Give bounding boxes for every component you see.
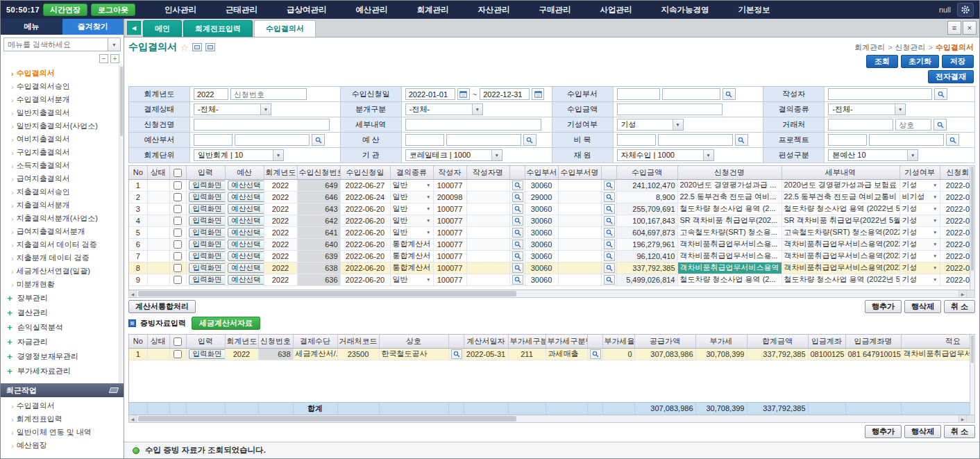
sidebar-item[interactable]: ›지출분개 데이터 검증 [5,251,118,265]
form-select[interactable]: 기성▼ [617,119,684,131]
form-input[interactable] [230,88,307,100]
form-select[interactable]: 본예산 10▼ [828,149,918,161]
form-input[interactable] [446,134,521,146]
recent-item[interactable]: ›수입결의서 [5,399,124,412]
save-button[interactable]: 저장 [942,55,974,68]
scrollbar-thumb[interactable] [138,291,516,297]
tab-close-icon[interactable]: × [963,21,977,35]
search-lens-button[interactable] [604,240,615,249]
table-row[interactable]: 6입력화면예산선택20226402022-06-20통합계산서▼10007730… [129,238,970,250]
expand-all-button[interactable]: + [110,54,119,63]
cell-select[interactable]: 기성▼ [902,262,938,273]
search-lens-button[interactable] [934,88,947,100]
search-lens-button[interactable] [946,134,959,146]
search-lens-button[interactable] [604,275,615,285]
row-checkbox[interactable] [174,264,182,272]
fullscreen-icon[interactable] [205,43,215,51]
tab-list-icon[interactable]: ≡ [947,21,961,35]
sidebar-scrollbar[interactable] [119,65,124,383]
search-dropdown-button[interactable]: ▼ [108,37,121,51]
sidebar-item[interactable]: ›수입결의서 [5,67,118,80]
cell-select[interactable]: 통합계산서▼ [393,239,431,249]
top-menu-item[interactable]: 기본정보 [724,1,785,19]
scrollbar-thumb[interactable] [971,335,974,363]
open-tab[interactable]: 회계전표입력 [183,20,253,37]
search-lens-button[interactable] [604,228,615,237]
open-entry-button[interactable]: 입력화면 [189,251,226,261]
sidebar-group[interactable]: +부가세자료관리 [5,364,118,378]
recent-item[interactable]: ›일반이체 연동 및 내역 [5,426,124,439]
settings-gear-icon[interactable] [957,3,974,17]
scrollbar-thumb[interactable] [138,416,516,422]
cell-select[interactable]: 비기성▼ [902,192,938,202]
tab-favorites[interactable]: 즐겨찾기 [62,19,124,35]
open-entry-button[interactable]: 입력화면 [189,192,226,202]
search-lens-button[interactable] [604,263,615,273]
search-button[interactable]: 조회 [866,55,898,68]
scroll-right-icon[interactable]: ▶ [958,290,966,297]
form-input[interactable] [194,134,233,146]
scroll-left-icon[interactable]: ◀ [129,290,137,297]
form-select[interactable]: -전체-▼ [194,103,271,115]
sidebar-item[interactable]: ›미분개현황 [5,278,118,291]
form-input[interactable] [895,119,931,131]
favorite-star-icon[interactable]: ☆ [180,42,189,53]
scroll-right-icon[interactable]: ▶ [958,415,966,422]
menu-search-input[interactable] [3,37,108,51]
sidebar-item[interactable]: ›수입결의서승인 [5,80,118,93]
search-lens-button[interactable] [604,216,615,226]
open-entry-button[interactable]: 입력화면 [189,349,226,359]
recent-item[interactable]: ›예산원장 [5,439,124,452]
logout-button[interactable]: 로그아웃 [91,3,135,16]
row-checkbox[interactable] [174,252,182,260]
table-row[interactable]: 4입력화면예산선택20226422022-06-20일반▼10007730060… [129,215,970,226]
search-lens-button[interactable] [451,349,462,359]
breadcrumb-item[interactable]: 수입결의서 [936,42,974,53]
electronic-approval-button[interactable]: 전자결재 [928,70,974,83]
calendar-button[interactable] [457,88,470,100]
clear-recent-icon[interactable] [109,387,119,393]
top-menu-item[interactable]: 급상여관리 [272,1,341,19]
budget-select-button[interactable]: 예산선택 [228,240,264,249]
form-input[interactable] [235,134,310,146]
top-menu-item[interactable]: 회계관리 [403,1,464,19]
search-lens-button[interactable] [604,192,615,202]
sidebar-group[interactable]: +경영정보재무관리 [5,349,118,364]
cell-select[interactable]: 기성▼ [902,180,938,190]
cell-select[interactable]: 통합계산서▼ [393,251,431,261]
cell-select[interactable]: 기성▼ [902,239,938,249]
form-input[interactable] [869,134,944,146]
tab-menu[interactable]: 메뉴 [1,19,62,35]
row-checkbox[interactable] [174,350,182,358]
search-lens-button[interactable] [512,228,523,237]
grid2-vscroll[interactable] [970,334,975,415]
search-lens-button[interactable] [512,192,523,202]
top-menu-item[interactable]: 지속가능경영 [647,1,724,19]
table-row[interactable]: 8입력화면예산선택20226382022-06-20통합계산서▼10007730… [129,262,970,274]
search-lens-button[interactable] [735,134,748,146]
form-input[interactable] [405,134,444,146]
reset-button[interactable]: 초기화 [901,55,939,68]
cell-select[interactable]: 일반▼ [393,227,431,237]
top-menu-item[interactable]: 근태관리 [211,1,272,19]
table-row[interactable]: 7입력화면예산선택20226392022-06-20통합계산서▼10007730… [129,250,970,262]
search-lens-button[interactable] [933,119,947,131]
form-input[interactable] [194,88,228,100]
budget-select-button[interactable]: 예산선택 [228,275,264,285]
scrollbar-thumb[interactable] [120,67,123,136]
sidebar-item[interactable]: ›여비지출결의서 [5,133,118,146]
invoice-merge-button[interactable]: 계산서통합처리 [128,300,196,313]
search-lens-button[interactable] [604,204,615,214]
cell-select[interactable]: 일반▼ [393,192,431,202]
cell-select[interactable]: 통합계산서▼ [393,262,431,273]
sidebar-item[interactable]: ›일반지출결의서(사업소) [5,119,118,133]
open-entry-button[interactable]: 입력화면 [189,240,226,249]
sidebar-item[interactable]: ›세금계산서연결(일괄) [5,265,118,278]
scroll-track[interactable] [137,290,958,297]
select-all-checkbox[interactable] [174,337,182,346]
search-lens-button[interactable] [512,275,523,285]
tax-invoice-button[interactable]: 세금계산서자료 [192,317,260,330]
grid1-cancel-button[interactable]: 취 소 [944,300,975,313]
budget-select-button[interactable]: 예산선택 [228,263,264,273]
row-checkbox[interactable] [174,276,182,284]
